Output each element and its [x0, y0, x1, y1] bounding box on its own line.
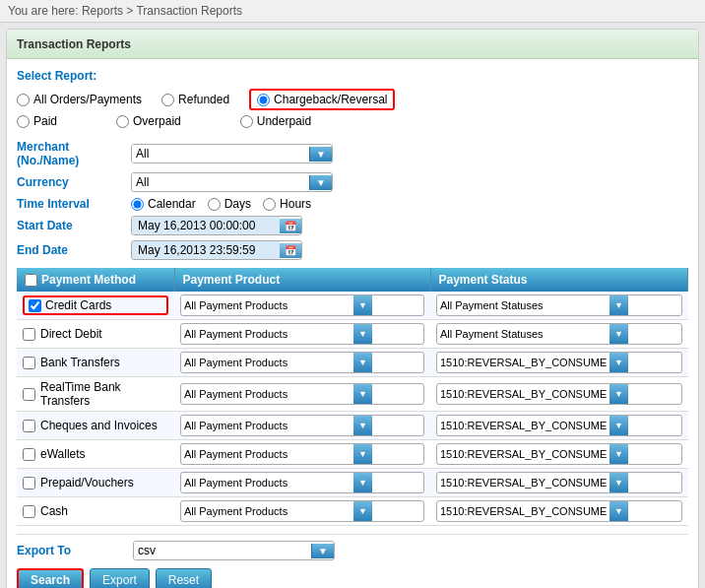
product-select-arrow-0[interactable]: ▼	[353, 295, 372, 315]
radio-hours[interactable]: Hours	[263, 197, 311, 211]
start-date-input[interactable]	[132, 217, 280, 234]
status-select-1[interactable]: All Payment Statuses	[437, 327, 609, 341]
radio-days-input[interactable]	[208, 198, 221, 211]
radio-calendar-input[interactable]	[131, 198, 144, 211]
status-select-wrap-4[interactable]: 1510:REVERSAL_BY_CONSUMER ▼	[436, 415, 682, 436]
status-select-wrap-0[interactable]: All Payment Statuses ▼	[436, 294, 682, 316]
radio-underpaid-input[interactable]	[240, 115, 253, 128]
end-date-input[interactable]	[132, 241, 280, 259]
select-all-checkbox[interactable]	[25, 274, 37, 287]
status-select-wrap-7[interactable]: 1510:REVERSAL_BY_CONSUMER ▼	[436, 500, 682, 522]
product-select-0[interactable]: All Payment Products	[181, 298, 353, 312]
product-select-5[interactable]: All Payment Products	[181, 447, 353, 461]
status-select-arrow-2[interactable]: ▼	[609, 353, 628, 372]
product-select-3[interactable]: All Payment Products	[181, 387, 353, 401]
breadcrumb: You are here: Reports > Transaction Repo…	[0, 0, 705, 23]
status-select-3[interactable]: 1510:REVERSAL_BY_CONSUMER	[437, 387, 609, 401]
radio-refunded[interactable]: Refunded	[161, 93, 229, 106]
status-select-0[interactable]: All Payment Statuses	[437, 298, 609, 312]
product-select-wrap-0[interactable]: All Payment Products ▼	[180, 294, 424, 316]
status-select-wrap-3[interactable]: 1510:REVERSAL_BY_CONSUMER ▼	[436, 383, 682, 405]
radio-refunded-input[interactable]	[161, 94, 174, 106]
radio-overpaid-input[interactable]	[116, 115, 129, 128]
status-select-5[interactable]: 1510:REVERSAL_BY_CONSUMER	[437, 447, 609, 461]
export-select-arrow[interactable]: ▼	[311, 544, 334, 558]
start-date-wrap[interactable]: 📅	[131, 216, 302, 235]
status-select-wrap-1[interactable]: All Payment Statuses ▼	[436, 323, 682, 345]
currency-select-wrap[interactable]: All ▼	[131, 172, 333, 192]
status-select-4[interactable]: 1510:REVERSAL_BY_CONSUMER	[437, 419, 609, 432]
status-select-arrow-4[interactable]: ▼	[609, 416, 628, 435]
radio-days[interactable]: Days	[208, 197, 251, 211]
product-select-wrap-4[interactable]: All Payment Products ▼	[180, 415, 424, 436]
export-select-wrap[interactable]: csv ▼	[133, 541, 335, 560]
export-select[interactable]: csv	[134, 542, 311, 559]
status-select-2[interactable]: 1510:REVERSAL_BY_CONSUMER	[437, 356, 609, 369]
product-select-wrap-7[interactable]: All Payment Products ▼	[180, 500, 424, 522]
status-select-arrow-1[interactable]: ▼	[609, 324, 628, 344]
end-date-calendar-btn[interactable]: 📅	[280, 243, 301, 258]
method-checkbox-6[interactable]	[23, 477, 35, 490]
product-select-wrap-1[interactable]: All Payment Products ▼	[180, 323, 424, 345]
end-date-wrap[interactable]: 📅	[131, 240, 302, 260]
product-select-wrap-3[interactable]: All Payment Products ▼	[180, 383, 424, 405]
credit-cards-highlight[interactable]: Credit Cards	[23, 295, 168, 315]
radio-chargeback-box[interactable]: Chargeback/Reversal	[249, 89, 395, 110]
currency-select[interactable]: All	[132, 173, 309, 191]
status-select-arrow-6[interactable]: ▼	[609, 473, 628, 492]
merchant-select-wrap[interactable]: All ▼	[131, 144, 333, 163]
radio-paid[interactable]: Paid	[17, 114, 57, 128]
method-checkbox-7[interactable]	[23, 505, 35, 518]
merchant-select[interactable]: All	[132, 145, 309, 163]
reset-button[interactable]: Reset	[156, 568, 212, 588]
status-select-wrap-6[interactable]: 1510:REVERSAL_BY_CONSUMER ▼	[436, 472, 682, 493]
status-select-arrow-3[interactable]: ▼	[609, 384, 628, 404]
search-button[interactable]: Search	[17, 568, 84, 588]
status-select-arrow-5[interactable]: ▼	[609, 444, 628, 464]
status-select-6[interactable]: 1510:REVERSAL_BY_CONSUMER	[437, 476, 609, 490]
status-select-7[interactable]: 1510:REVERSAL_BY_CONSUMER	[437, 504, 609, 518]
radio-overpaid[interactable]: Overpaid	[116, 114, 181, 128]
product-select-1[interactable]: All Payment Products	[181, 327, 353, 341]
currency-select-arrow[interactable]: ▼	[309, 175, 332, 190]
method-checkbox-5[interactable]	[23, 448, 35, 461]
radio-calendar[interactable]: Calendar	[131, 197, 196, 211]
status-select-arrow-7[interactable]: ▼	[609, 501, 628, 521]
method-checkbox-1[interactable]	[23, 328, 35, 341]
radio-underpaid[interactable]: Underpaid	[240, 114, 311, 128]
product-select-arrow-3[interactable]: ▼	[353, 384, 372, 404]
product-select-arrow-5[interactable]: ▼	[353, 444, 372, 464]
product-select-arrow-1[interactable]: ▼	[353, 324, 372, 344]
radio-hours-input[interactable]	[263, 198, 276, 211]
start-date-calendar-btn[interactable]: 📅	[280, 219, 301, 233]
main-panel: Transaction Reports Select Report: All O…	[6, 29, 699, 588]
export-row: Export To csv ▼	[17, 534, 688, 560]
time-interval-row: Time Interval Calendar Days Hours	[17, 197, 688, 211]
export-button[interactable]: Export	[90, 568, 150, 588]
product-select-arrow-2[interactable]: ▼	[353, 353, 372, 372]
method-checkbox-2[interactable]	[23, 357, 35, 369]
product-select-arrow-4[interactable]: ▼	[353, 416, 372, 435]
method-checkbox-0[interactable]	[29, 299, 41, 312]
radio-chargeback-input[interactable]	[257, 94, 270, 106]
status-select-wrap-2[interactable]: 1510:REVERSAL_BY_CONSUMER ▼	[436, 352, 682, 373]
radio-all-orders-input[interactable]	[17, 94, 30, 106]
merchant-select-arrow[interactable]: ▼	[309, 147, 332, 162]
product-select-wrap-2[interactable]: All Payment Products ▼	[180, 352, 424, 373]
method-checkbox-3[interactable]	[23, 388, 35, 401]
product-select-4[interactable]: All Payment Products	[181, 419, 353, 432]
status-select-wrap-5[interactable]: 1510:REVERSAL_BY_CONSUMER ▼	[436, 443, 682, 465]
product-select-wrap-6[interactable]: All Payment Products ▼	[180, 472, 424, 493]
method-checkbox-4[interactable]	[23, 420, 35, 432]
product-select-arrow-6[interactable]: ▼	[353, 473, 372, 492]
radio-paid-input[interactable]	[17, 115, 30, 128]
product-select-7[interactable]: All Payment Products	[181, 504, 353, 518]
product-select-6[interactable]: All Payment Products	[181, 476, 353, 490]
status-select-arrow-0[interactable]: ▼	[609, 295, 628, 315]
header-checkbox-wrap[interactable]: Payment Method	[25, 273, 166, 287]
product-select-wrap-5[interactable]: All Payment Products ▼	[180, 443, 424, 465]
product-select-2[interactable]: All Payment Products	[181, 356, 353, 369]
product-select-arrow-7[interactable]: ▼	[353, 501, 372, 521]
status-cell-1: All Payment Statuses ▼	[430, 320, 688, 349]
radio-all-orders[interactable]: All Orders/Payments	[17, 93, 142, 106]
